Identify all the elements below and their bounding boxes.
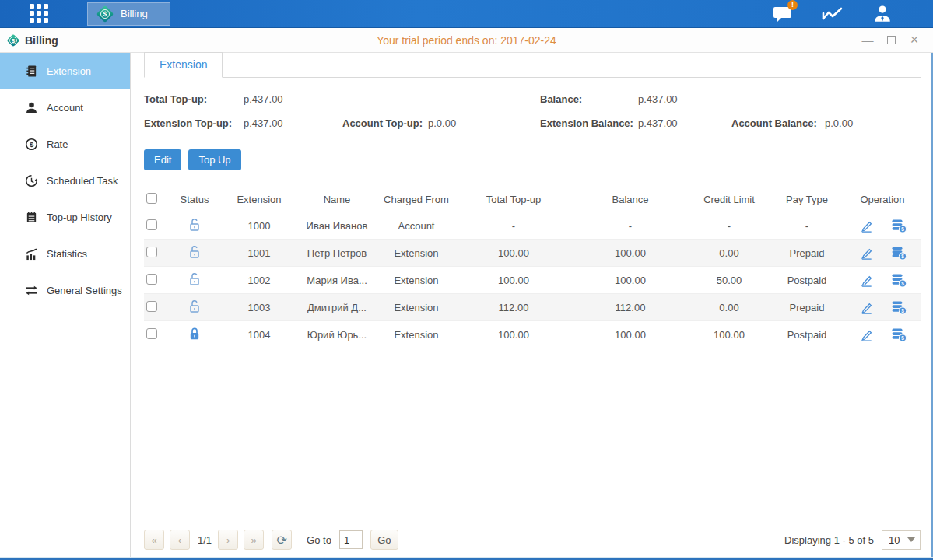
col-operation: Operation (844, 194, 921, 205)
tab-strip: Extension (144, 53, 921, 78)
total-topup-value: p.437.00 (244, 93, 342, 105)
lock-open-icon[interactable] (188, 299, 201, 313)
edit-pencil-icon[interactable] (859, 219, 874, 233)
lock-closed-icon[interactable] (188, 326, 201, 341)
extension-name: Мария Ива... (296, 275, 377, 286)
edit-button[interactable]: Edit (144, 149, 181, 170)
page-size-select[interactable]: 10 (882, 530, 921, 550)
messages-icon[interactable]: ! (771, 4, 794, 24)
minimize-button[interactable]: — (861, 34, 874, 47)
table-header: Status Extension Name Charged From Total… (144, 187, 921, 212)
svg-text:$: $ (901, 308, 904, 314)
go-button[interactable]: Go (370, 530, 398, 550)
ledger-icon (25, 65, 38, 78)
trial-notice: Your trial period ends on: 2017-02-24 (0, 34, 933, 47)
account-topup-label: Account Top-up: (342, 117, 428, 129)
goto-label: Go to (307, 534, 331, 546)
taskbar-tab-label: Billing (121, 8, 148, 19)
svg-text:$: $ (901, 335, 904, 341)
account-balance-value: p.0.00 (825, 117, 921, 129)
edit-pencil-icon[interactable] (859, 327, 874, 342)
col-pay-type: Pay Type (770, 194, 844, 205)
total-topup: 100.00 (455, 329, 572, 341)
window-title: $ Billing (6, 33, 58, 47)
page-size-value: 10 (889, 534, 900, 546)
sidebar-item-extension[interactable]: Extension (0, 53, 130, 89)
extension-topup-label: Extension Top-up: (144, 117, 244, 129)
sidebar-item-account[interactable]: Account (0, 89, 130, 126)
sidebar-item-scheduled-task[interactable]: Scheduled Task (0, 163, 130, 199)
taskbar: $ Billing ! (0, 0, 933, 28)
sidebar-item-topup-history[interactable]: Top-up History (0, 199, 130, 236)
edit-pencil-icon[interactable] (859, 246, 874, 261)
sidebar-item-general-settings[interactable]: General Settings (0, 272, 130, 309)
main-content: Extension Total Top-up: p.437.00 Extensi… (131, 53, 931, 557)
tab-extension[interactable]: Extension (144, 52, 223, 78)
user-account-icon[interactable] (871, 4, 894, 24)
last-page-button[interactable]: » (244, 530, 264, 550)
lock-open-icon[interactable] (188, 271, 201, 286)
edit-pencil-icon[interactable] (859, 273, 874, 288)
table-row[interactable]: 1004 Юрий Юрь... Extension 100.00 100.00… (144, 321, 921, 348)
col-name: Name (296, 194, 377, 205)
taskbar-right: ! (771, 4, 933, 24)
row-checkbox[interactable] (146, 247, 157, 257)
app-window: $ Billing ! (0, 0, 933, 560)
notebook-icon (25, 211, 38, 224)
pay-type: Postpaid (770, 329, 844, 341)
person-icon (25, 101, 38, 114)
top-up-button[interactable]: Top Up (188, 149, 240, 170)
credit-limit: 100.00 (689, 329, 770, 341)
table-row[interactable]: 1002 Мария Ива... Extension 100.00 100.0… (144, 267, 921, 294)
row-checkbox[interactable] (146, 328, 157, 339)
row-checkbox[interactable] (146, 301, 157, 312)
next-page-button[interactable]: › (218, 530, 238, 550)
arrows-exchange-icon (25, 284, 38, 297)
row-checkbox[interactable] (146, 274, 157, 285)
clock-history-icon (25, 174, 38, 187)
col-status: Status (167, 194, 222, 205)
row-checkbox[interactable] (146, 219, 157, 230)
chevron-down-icon (907, 537, 915, 542)
goto-page-input[interactable] (339, 530, 363, 549)
col-credit-limit: Credit Limit (689, 194, 770, 205)
maximize-button[interactable] (885, 34, 897, 47)
close-button[interactable]: × (908, 34, 921, 47)
balance: 100.00 (572, 275, 689, 286)
charged-from: Extension (377, 329, 455, 341)
page-indicator: 1/1 (198, 534, 212, 546)
monitor-chart-icon[interactable] (821, 4, 844, 24)
sidebar-item-statistics[interactable]: Statistics (0, 236, 130, 272)
table-row[interactable]: 1003 Дмитрий Д... Extension 112.00 112.0… (144, 294, 921, 321)
sidebar-item-rate[interactable]: $ Rate (0, 126, 130, 163)
total-topup-label: Total Top-up: (144, 93, 244, 105)
select-all-checkbox[interactable] (146, 193, 157, 204)
credit-limit: 0.00 (689, 247, 770, 259)
notification-badge: ! (787, 0, 798, 10)
charged-from: Extension (377, 302, 455, 313)
col-extension: Extension (222, 194, 296, 205)
top-up-coins-icon[interactable]: $ (891, 273, 907, 288)
top-up-coins-icon[interactable]: $ (891, 327, 907, 342)
first-page-button[interactable]: « (144, 530, 164, 550)
extension-name: Дмитрий Д... (296, 302, 377, 313)
account-balance-label: Account Balance: (731, 117, 825, 129)
top-up-coins-icon[interactable]: $ (891, 246, 907, 261)
table-row[interactable]: 1000 Иван Иванов Account - - - - (144, 212, 921, 240)
prev-page-button[interactable]: ‹ (170, 530, 190, 550)
pay-type: Postpaid (770, 275, 844, 286)
app-grid-icon[interactable] (30, 4, 50, 24)
top-up-coins-icon[interactable]: $ (891, 300, 907, 315)
lock-open-icon[interactable] (188, 244, 201, 259)
top-up-coins-icon[interactable]: $ (891, 219, 907, 233)
credit-limit: 0.00 (689, 302, 770, 313)
lock-open-icon[interactable] (188, 217, 201, 232)
table-row[interactable]: 1001 Петр Петров Extension 100.00 100.00… (144, 240, 921, 267)
extension-number: 1003 (222, 302, 296, 313)
extension-balance-value: p.437.00 (638, 117, 731, 129)
edit-pencil-icon[interactable] (859, 300, 874, 315)
extension-number: 1000 (222, 220, 296, 232)
summary-panel: Total Top-up: p.437.00 Extension Top-up:… (144, 93, 921, 129)
taskbar-tab-billing[interactable]: $ Billing (87, 2, 170, 26)
refresh-button[interactable]: ⟳ (272, 530, 292, 550)
